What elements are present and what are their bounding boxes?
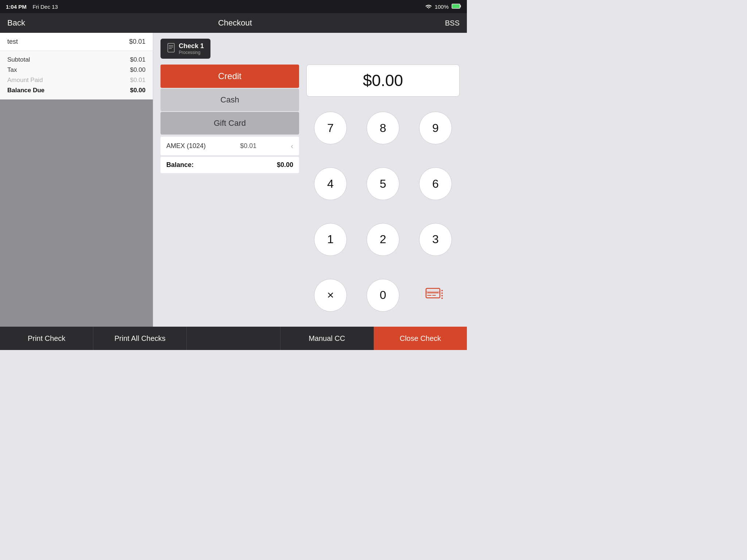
numpad-grid: 7 8 9 4 5 6 1 2 3 × 0	[306, 102, 460, 321]
nav-bar: Back Checkout BSS	[0, 13, 467, 33]
print-check-button[interactable]: Print Check	[0, 327, 93, 350]
svg-point-12	[441, 295, 443, 296]
numpad-4[interactable]: 4	[314, 167, 347, 200]
amount-paid-value: $0.01	[130, 77, 146, 84]
left-panel: test $0.01 Subtotal $0.01 Tax $0.00 Amou…	[0, 33, 153, 327]
status-date: Fri Dec 13	[32, 4, 58, 10]
subtotal-label: Subtotal	[7, 56, 30, 63]
back-button[interactable]: Back	[7, 18, 25, 28]
wifi-icon	[425, 4, 432, 10]
svg-point-10	[441, 290, 443, 291]
amount-paid-line: Amount Paid $0.01	[7, 75, 146, 85]
card-reader-button[interactable]	[419, 279, 452, 312]
status-time: 1:04 PM	[6, 4, 27, 10]
svg-point-11	[441, 292, 443, 294]
numpad-0[interactable]: 0	[367, 279, 399, 312]
battery-icon	[452, 4, 461, 10]
cash-button[interactable]: Cash	[160, 89, 299, 111]
numpad-2[interactable]: 2	[367, 223, 399, 256]
battery-percent: 100%	[435, 4, 449, 10]
card-name: AMEX (1024)	[166, 142, 206, 150]
payment-section: Credit Cash Gift Card AMEX (1024) $0.01 …	[160, 65, 299, 321]
numpad-clear[interactable]: ×	[314, 279, 347, 312]
order-amount: $0.01	[129, 38, 146, 46]
balance-due-label: Balance Due	[7, 87, 44, 94]
numpad-7[interactable]: 7	[314, 112, 347, 144]
balance-row: Balance: $0.00	[160, 157, 299, 173]
status-right: 100%	[425, 4, 461, 10]
empty-slot	[187, 327, 280, 350]
balance-value: $0.00	[277, 161, 293, 169]
close-check-button[interactable]: Close Check	[374, 327, 467, 350]
gift-card-button[interactable]: Gift Card	[160, 112, 299, 135]
subtotal-value: $0.01	[130, 56, 146, 63]
numpad-1[interactable]: 1	[314, 223, 347, 256]
numpad-9[interactable]: 9	[419, 112, 452, 144]
amount-paid-label: Amount Paid	[7, 77, 43, 84]
balance-due-line: Balance Due $0.00	[7, 85, 146, 96]
numpad-3[interactable]: 3	[419, 223, 452, 256]
check-document-icon	[167, 43, 175, 54]
balance-due-value: $0.00	[130, 87, 146, 94]
subtotal-line: Subtotal $0.01	[7, 55, 146, 65]
balance-label: Balance:	[166, 161, 194, 169]
amount-display: $0.00	[306, 65, 460, 97]
card-remove-button[interactable]: ‹	[291, 142, 293, 150]
order-header: test $0.01	[0, 33, 153, 51]
svg-rect-2	[452, 4, 460, 8]
numpad-section: $0.00 7 8 9 4 5 6 1 2 3 × 0	[306, 65, 460, 321]
numpad-6[interactable]: 6	[419, 167, 452, 200]
tax-value: $0.00	[130, 66, 146, 74]
payment-card-row: AMEX (1024) $0.01 ‹	[160, 137, 299, 155]
check-tab[interactable]: Check 1 Processing	[160, 39, 210, 59]
payment-numpad-row: Credit Cash Gift Card AMEX (1024) $0.01 …	[160, 65, 460, 321]
svg-rect-3	[168, 43, 174, 52]
print-all-checks-button[interactable]: Print All Checks	[93, 327, 187, 350]
svg-rect-1	[460, 5, 461, 7]
numpad-8[interactable]: 8	[367, 112, 399, 144]
check-title: Check 1	[179, 42, 204, 50]
tax-line: Tax $0.00	[7, 65, 146, 75]
credit-button[interactable]: Credit	[160, 65, 299, 88]
page-title: Checkout	[218, 18, 252, 28]
numpad-5[interactable]: 5	[367, 167, 399, 200]
right-panel: Check 1 Processing Credit Cash Gift Card…	[153, 33, 467, 327]
status-time-date: 1:04 PM Fri Dec 13	[6, 4, 58, 10]
manual-cc-button[interactable]: Manual CC	[280, 327, 374, 350]
card-amount: $0.01	[240, 142, 256, 150]
check-tab-text: Check 1 Processing	[179, 42, 204, 55]
check-subtitle: Processing	[179, 50, 204, 55]
tax-label: Tax	[7, 66, 17, 74]
user-label: BSS	[445, 19, 460, 27]
order-details: Subtotal $0.01 Tax $0.00 Amount Paid $0.…	[0, 51, 153, 100]
main-content: test $0.01 Subtotal $0.01 Tax $0.00 Amou…	[0, 33, 467, 327]
order-name: test	[7, 38, 18, 46]
left-gray-area	[0, 100, 153, 327]
status-bar: 1:04 PM Fri Dec 13 100%	[0, 0, 467, 13]
bottom-bar: Print Check Print All Checks Manual CC C…	[0, 327, 467, 350]
svg-point-13	[441, 298, 443, 299]
